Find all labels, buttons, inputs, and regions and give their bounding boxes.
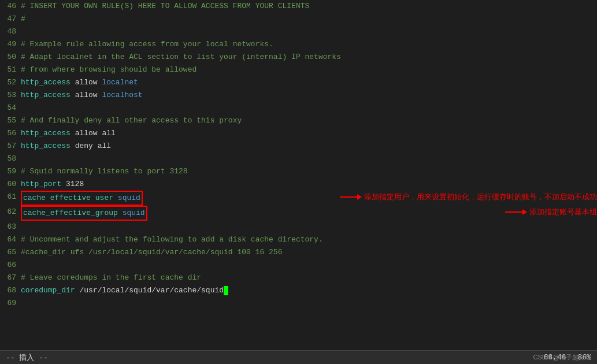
line-63: 63 xyxy=(0,221,597,233)
line-69: 69 xyxy=(0,297,597,310)
line-67: 67# Leave coredumps in the first cache d… xyxy=(0,272,597,284)
watermark: CSDN @橘子超好吃 xyxy=(533,353,591,362)
line-number: 47 xyxy=(0,13,21,25)
plain-text: deny all xyxy=(71,142,111,150)
comment-text: # INSERT YOUR OWN RULE(S) HERE TO ALLOW … xyxy=(21,2,309,10)
line-number: 62 xyxy=(0,206,21,218)
line-content: cache effective user squid xyxy=(21,191,334,206)
line-content: http_access allow all xyxy=(21,127,597,140)
line-content xyxy=(21,102,597,114)
line-number: 49 xyxy=(0,38,21,51)
line-number: 51 xyxy=(0,64,21,76)
line-content: # INSERT YOUR OWN RULE(S) HERE TO ALLOW … xyxy=(21,0,597,13)
plain-text: allow xyxy=(71,91,102,99)
keyword-text: localhost xyxy=(102,91,142,99)
line-number: 60 xyxy=(0,178,21,191)
line-number: 66 xyxy=(0,259,21,272)
line-content: # xyxy=(21,13,597,25)
line-number: 64 xyxy=(0,233,21,246)
directive-text: http_access xyxy=(21,78,71,87)
line-content: # Uncomment and adjust the following to … xyxy=(21,233,597,246)
line-number: 68 xyxy=(0,284,21,297)
line-content xyxy=(21,297,597,310)
line-47: 47# xyxy=(0,13,597,25)
comment-text: # And finally deny all other access to t… xyxy=(21,116,242,125)
line-57: 57http_access deny all xyxy=(0,140,597,153)
line-content: # from where browsing should be allowed xyxy=(21,64,597,76)
line-number: 56 xyxy=(0,127,21,140)
highlighted-directive-2: cache_effective_group squid xyxy=(21,206,147,221)
line-54: 54 xyxy=(0,102,597,114)
comment-text: # Example rule allowing access from your… xyxy=(21,40,273,49)
arrow-head-icon xyxy=(357,194,362,200)
comment-text: # Adapt localnet in the ACL section to l… xyxy=(21,53,341,61)
line-65: 65#cache_dir ufs /usr/local/squid/var/ca… xyxy=(0,246,597,259)
arrow-shaft xyxy=(340,196,357,198)
line-content: coredump_dir /usr/local/squid/var/cache/… xyxy=(21,284,597,297)
line-60: 60http_port 3128 xyxy=(0,178,597,191)
annotation-container: 添加指定账号基本组 xyxy=(505,206,597,218)
code-area: 46# INSERT YOUR OWN RULE(S) HERE TO ALLO… xyxy=(0,0,597,310)
line-content: http_port 3128 xyxy=(21,178,597,191)
line-content: http_access allow localhost xyxy=(21,89,597,102)
line-number: 63 xyxy=(0,221,21,233)
arrow-head-icon xyxy=(522,209,527,215)
comment-text: # from where browsing should be allowed xyxy=(21,65,196,74)
line-content xyxy=(21,25,597,38)
plain-text: allow xyxy=(71,78,102,87)
comment-text: #cache_dir ufs /usr/local/squid/var/cach… xyxy=(21,248,282,257)
line-64: 64# Uncomment and adjust the following t… xyxy=(0,233,597,246)
annotation-text: 添加指定账号基本组 xyxy=(529,206,597,218)
keyword-text: localnet xyxy=(102,78,138,87)
line-content: #cache_dir ufs /usr/local/squid/var/cach… xyxy=(21,246,597,259)
text-cursor xyxy=(224,286,228,295)
line-number: 52 xyxy=(0,76,21,89)
line-58: 58 xyxy=(0,153,597,165)
line-number: 59 xyxy=(0,165,21,178)
line-number: 67 xyxy=(0,272,21,284)
annotation-text: 添加指定用户，用来设置初始化，运行缓存时的账号，不加启动不成功 xyxy=(364,191,597,203)
arrow-shaft xyxy=(505,211,522,213)
comment-text: # xyxy=(21,14,25,23)
line-number: 50 xyxy=(0,51,21,64)
line-66: 66 xyxy=(0,259,597,272)
line-number: 53 xyxy=(0,89,21,102)
line-52: 52http_access allow localnet xyxy=(0,76,597,89)
line-content xyxy=(21,259,597,272)
arrow-container: 添加指定用户，用来设置初始化，运行缓存时的账号，不加启动不成功 xyxy=(340,191,597,203)
line-number: 46 xyxy=(0,0,21,13)
line-content xyxy=(21,153,597,165)
plain-text: /usr/local/squid/var/cache/squid xyxy=(75,286,224,295)
comment-text: # Squid normally listens to port 3128 xyxy=(21,167,188,176)
directive-text: http_access xyxy=(21,129,71,138)
editor: 46# INSERT YOUR OWN RULE(S) HERE TO ALLO… xyxy=(0,0,597,364)
line-number: 57 xyxy=(0,140,21,153)
line-number: 54 xyxy=(0,102,21,114)
line-46: 46# INSERT YOUR OWN RULE(S) HERE TO ALLO… xyxy=(0,0,597,13)
line-content: http_access allow localnet xyxy=(21,76,597,89)
line-62: 62cache_effective_group squid添加指定账号基本组 xyxy=(0,206,597,221)
line-68: 68coredump_dir /usr/local/squid/var/cach… xyxy=(0,284,597,297)
line-50: 50# Adapt localnet in the ACL section to… xyxy=(0,51,597,64)
line-56: 56http_access allow all xyxy=(0,127,597,140)
line-content: # And finally deny all other access to t… xyxy=(21,114,597,127)
line-53: 53http_access allow localhost xyxy=(0,89,597,102)
line-number: 55 xyxy=(0,114,21,127)
plain-text: allow all xyxy=(71,129,116,138)
line-number: 65 xyxy=(0,246,21,259)
line-content: # Adapt localnet in the ACL section to l… xyxy=(21,51,597,64)
line-59: 59# Squid normally listens to port 3128 xyxy=(0,165,597,178)
comment-text: # Leave coredumps in the first cache dir xyxy=(21,273,201,282)
highlighted-directive: cache effective user squid xyxy=(21,191,143,206)
line-content: # Example rule allowing access from your… xyxy=(21,38,597,51)
status-bar: -- 插入 -- 68,46 86% xyxy=(0,350,597,364)
line-61: 61cache effective user squid添加指定用户，用来设置初… xyxy=(0,191,597,206)
line-49: 49# Example rule allowing access from yo… xyxy=(0,38,597,51)
arrow-container: 添加指定账号基本组 xyxy=(505,206,597,218)
line-content: # Leave coredumps in the first cache dir xyxy=(21,272,597,284)
line-51: 51# from where browsing should be allowe… xyxy=(0,64,597,76)
line-number: 48 xyxy=(0,25,21,38)
line-content: http_access deny all xyxy=(21,140,597,153)
comment-text: # Uncomment and adjust the following to … xyxy=(21,235,323,244)
annotation-container: 添加指定用户，用来设置初始化，运行缓存时的账号，不加启动不成功 xyxy=(340,191,597,203)
